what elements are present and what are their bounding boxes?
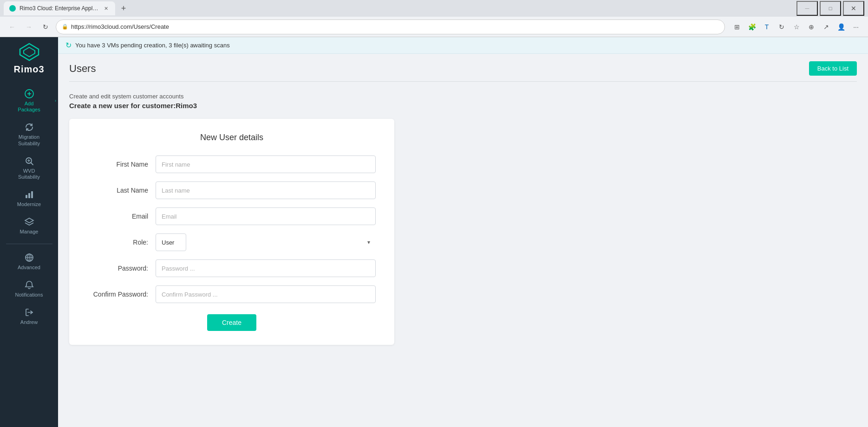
role-select[interactable]: User Admin Viewer <box>156 233 186 251</box>
screenshot-icon[interactable]: ⊞ <box>731 20 744 33</box>
sidebar-item-wvd-suitability-label: WVDSuitability <box>18 168 40 180</box>
refresh-icon2[interactable]: ↻ <box>775 20 788 33</box>
sidebar-item-add-packages-label: AddPackages <box>18 101 40 113</box>
svg-line-6 <box>31 162 33 165</box>
role-label: Role: <box>88 239 148 246</box>
wvd-search-icon <box>24 156 34 166</box>
password-input[interactable] <box>156 259 376 277</box>
svg-marker-0 <box>20 44 39 60</box>
sidebar-item-modernize[interactable]: Modernize <box>0 185 58 212</box>
form-customer-title: Create a new user for customer:Rimo3 <box>69 102 857 110</box>
bell-icon <box>24 280 34 290</box>
sidebar-item-modernize-label: Modernize <box>17 201 41 207</box>
browser-toolbar: ← → ↻ 🔒 https://rimo3cloud.com/Users/Cre… <box>0 17 868 37</box>
tab-close-button[interactable]: ✕ <box>102 5 110 12</box>
tuner-icon[interactable]: T <box>760 20 773 33</box>
confirm-password-input[interactable] <box>156 285 376 303</box>
form-subtitle: Create and edit system customer accounts <box>69 93 857 100</box>
svg-rect-9 <box>26 195 27 198</box>
collections-icon[interactable]: ⊕ <box>805 20 818 33</box>
last-name-label: Last Name <box>88 187 148 194</box>
sidebar-item-migration-suitability-label: MigrationSuitability <box>18 134 40 146</box>
svg-marker-12 <box>25 218 33 223</box>
page-header: Users Back to List <box>58 54 868 81</box>
notification-refresh-icon: ↻ <box>65 41 72 50</box>
window-controls: — □ ✕ <box>796 1 864 16</box>
email-input[interactable] <box>156 207 376 225</box>
svg-rect-10 <box>28 193 30 198</box>
first-name-label: First Name <box>88 161 148 168</box>
browser-tab[interactable]: Rimo3 Cloud: Enterprise Applic... ✕ <box>4 1 115 15</box>
password-label: Password: <box>88 265 148 272</box>
last-name-row: Last Name <box>88 181 376 199</box>
sidebar: Rimo3 AddPackages › MigrationSuitability <box>0 37 58 427</box>
forward-nav-button[interactable]: → <box>22 20 35 33</box>
last-name-input[interactable] <box>156 181 376 199</box>
first-name-input[interactable] <box>156 155 376 173</box>
arrows-rotate-icon <box>24 122 34 132</box>
favorite-icon[interactable]: ☆ <box>790 20 803 33</box>
first-name-row: First Name <box>88 155 376 173</box>
close-button[interactable]: ✕ <box>843 1 864 16</box>
ssl-lock-icon: 🔒 <box>62 24 68 30</box>
new-tab-button[interactable]: + <box>117 2 130 15</box>
sidebar-logo: Rimo3 <box>13 43 44 75</box>
role-row: Role: User Admin Viewer <box>88 233 376 251</box>
sidebar-item-advanced-label: Advanced <box>18 265 40 271</box>
create-button[interactable]: Create <box>207 314 256 331</box>
notification-bar: ↻ You have 3 VMs pending creation, 3 fil… <box>58 37 868 54</box>
form-actions: Create <box>88 314 376 331</box>
main-content: ↻ You have 3 VMs pending creation, 3 fil… <box>58 37 868 427</box>
confirm-password-label: Confirm Password: <box>88 291 148 298</box>
maximize-button[interactable]: □ <box>820 1 841 16</box>
profile-icon[interactable]: 👤 <box>835 20 848 33</box>
sidebar-item-manage-label: Manage <box>20 229 39 235</box>
rimo3-logo-icon <box>18 43 40 61</box>
plus-circle-icon <box>24 89 34 99</box>
password-row: Password: <box>88 259 376 277</box>
sidebar-item-andrew-label: Andrew <box>20 319 38 325</box>
sidebar-item-manage[interactable]: Manage <box>0 212 58 239</box>
more-options-icon[interactable]: ··· <box>849 20 862 33</box>
role-select-wrapper: User Admin Viewer <box>156 233 376 251</box>
form-section: Create and edit system customer accounts… <box>58 82 868 427</box>
page-title: Users <box>69 63 96 75</box>
browser-toolbar-icons: ⊞ 🧩 T ↻ ☆ ⊕ ↗ 👤 ··· <box>731 20 862 33</box>
minimize-button[interactable]: — <box>796 1 818 16</box>
customer-name-label: Rimo3 <box>176 102 197 110</box>
layers-icon <box>24 217 34 227</box>
add-packages-arrow-icon: › <box>55 98 56 103</box>
sidebar-item-migration-suitability[interactable]: MigrationSuitability <box>0 117 58 151</box>
share-icon[interactable]: ↗ <box>820 20 833 33</box>
sidebar-divider <box>6 244 52 244</box>
email-label: Email <box>88 213 148 220</box>
sidebar-item-advanced[interactable]: Advanced <box>0 248 58 275</box>
address-bar[interactable]: 🔒 https://rimo3cloud.com/Users/Create <box>56 19 725 34</box>
sidebar-item-add-packages[interactable]: AddPackages › <box>0 84 58 117</box>
sidebar-item-wvd-suitability[interactable]: WVDSuitability <box>0 151 58 185</box>
sidebar-item-notifications-label: Notifications <box>15 292 43 298</box>
new-user-form-card: New User details First Name Last Name Em… <box>69 119 394 345</box>
svg-rect-11 <box>31 191 33 198</box>
tab-favicon <box>9 5 16 12</box>
reload-nav-button[interactable]: ↻ <box>39 20 52 33</box>
back-to-list-button[interactable]: Back to List <box>809 61 857 76</box>
email-row: Email <box>88 207 376 225</box>
url-text: https://rimo3cloud.com/Users/Create <box>71 23 719 30</box>
svg-marker-1 <box>24 47 35 57</box>
sidebar-item-andrew[interactable]: Andrew <box>0 303 58 330</box>
tab-title: Rimo3 Cloud: Enterprise Applic... <box>20 5 98 12</box>
sign-out-icon <box>24 307 34 317</box>
sidebar-item-notifications[interactable]: Notifications <box>0 275 58 303</box>
extension-icon[interactable]: 🧩 <box>745 20 758 33</box>
confirm-password-row: Confirm Password: <box>88 285 376 303</box>
globe-icon <box>24 252 34 263</box>
notification-message: You have 3 VMs pending creation, 3 file(… <box>75 42 230 49</box>
back-nav-button[interactable]: ← <box>6 20 19 33</box>
sidebar-logo-text: Rimo3 <box>13 64 44 75</box>
app-container: Rimo3 AddPackages › MigrationSuitability <box>0 37 868 427</box>
bar-chart-icon <box>24 189 34 200</box>
form-card-title: New User details <box>88 133 376 142</box>
